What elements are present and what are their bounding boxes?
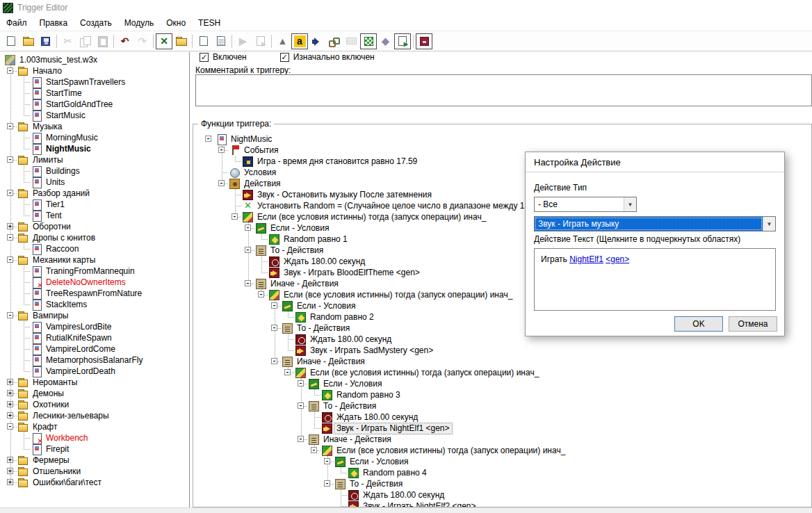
- cancel-button[interactable]: Отмена: [729, 316, 777, 332]
- toolbar-export-script-button[interactable]: [394, 33, 411, 49]
- function-tree-item[interactable]: Звук - Играть SadMystery <gen>: [202, 345, 811, 356]
- function-tree-label[interactable]: Звук - Играть SadMystery <gen>: [308, 345, 435, 356]
- sidebar-tree-item[interactable]: -Разбор зданий: [4, 188, 189, 199]
- toolbar-new-comment-button[interactable]: [212, 33, 229, 49]
- sidebar-tree-label[interactable]: Разбор зданий: [31, 188, 92, 199]
- function-tree-label[interactable]: Иначе - Действия: [268, 279, 341, 289]
- tree-expander[interactable]: -: [271, 325, 277, 331]
- sidebar-tree-item[interactable]: -Музыка: [4, 121, 189, 132]
- function-tree-label[interactable]: Условия: [242, 168, 278, 178]
- tree-expander[interactable]: -: [258, 291, 264, 298]
- function-tree-label[interactable]: Если - Условия: [321, 379, 384, 389]
- sidebar-tree-label[interactable]: TreeRespawnFromNature: [44, 288, 144, 299]
- sidebar-tree-item[interactable]: Firepit: [4, 443, 189, 455]
- function-tree-label[interactable]: То - Действия: [295, 323, 352, 334]
- tree-expander[interactable]: -: [298, 380, 304, 386]
- sidebar-tree-label[interactable]: StartMusic: [44, 111, 88, 121]
- sidebar-tree-label[interactable]: VampireLordDeath: [44, 366, 117, 377]
- tree-expander[interactable]: -: [7, 234, 13, 241]
- chevron-down-icon[interactable]: ▼: [624, 197, 636, 211]
- sidebar-tree-label[interactable]: Начало: [31, 66, 64, 76]
- comment-textarea[interactable]: [195, 74, 812, 106]
- function-tree-label[interactable]: Если (все условия истинны) тогда (запуск…: [282, 290, 514, 300]
- sidebar-tree-item[interactable]: StartMusic: [4, 110, 189, 121]
- tree-expander[interactable]: -: [271, 302, 277, 309]
- tree-expander[interactable]: -: [218, 147, 225, 153]
- tree-expander[interactable]: -: [271, 358, 277, 364]
- function-tree-label[interactable]: То - Действия: [321, 401, 378, 412]
- sidebar-tree-label[interactable]: StartGoldAndTree: [44, 99, 115, 110]
- sidebar-tree-item[interactable]: MorningMusic: [4, 132, 189, 143]
- tree-expander[interactable]: -: [7, 123, 13, 129]
- function-tree-label[interactable]: Если - Условия: [348, 457, 410, 467]
- tree-expander[interactable]: -: [232, 213, 238, 220]
- sidebar-tree-label[interactable]: VampiresLordBite: [44, 322, 114, 332]
- menu-create[interactable]: Создать: [74, 16, 118, 30]
- tree-expander[interactable]: +: [7, 468, 13, 474]
- tree-expander[interactable]: +: [7, 412, 13, 418]
- toolbar-new-category-button[interactable]: [172, 33, 190, 49]
- function-tree-label[interactable]: Игра - время дня становится равно 17.59: [255, 156, 419, 167]
- function-tree-label[interactable]: Ждать 180.00 секунд: [282, 256, 367, 267]
- function-tree-item[interactable]: -Если (все условия истинны) тогда (запус…: [202, 445, 811, 456]
- function-tree-label[interactable]: Random равно 3: [334, 390, 403, 400]
- toolbar-object-manager-button[interactable]: [325, 33, 343, 49]
- sidebar-tree-item[interactable]: VampireLordDeath: [4, 366, 189, 377]
- menu-tesh[interactable]: TESH: [192, 16, 227, 30]
- sidebar-tree-label[interactable]: Tier1: [44, 200, 67, 210]
- function-tree-item[interactable]: -Если - Условия: [202, 378, 811, 389]
- function-tree-label[interactable]: Звук - Играть BloodElfTheme <gen>: [282, 268, 422, 278]
- function-tree-label[interactable]: События: [242, 145, 281, 156]
- sidebar-tree-label[interactable]: VampireLordCome: [44, 344, 117, 355]
- sidebar-tree-item[interactable]: StartSpawnTravellers: [4, 76, 189, 88]
- sidebar-tree-label[interactable]: Units: [44, 177, 67, 188]
- menu-module[interactable]: Модуль: [118, 16, 161, 30]
- sidebar-tree-item[interactable]: StartGoldAndTree: [4, 99, 189, 110]
- sidebar-tree-label[interactable]: DeleteNoOwnerItems: [44, 277, 128, 288]
- toolbar-syntax-check-button[interactable]: ▲: [274, 33, 291, 49]
- function-tree-item[interactable]: -Если (все условия истинны) тогда (запус…: [202, 367, 811, 378]
- sidebar-tree-label[interactable]: Крафт: [31, 422, 59, 432]
- sidebar-tree-label[interactable]: Дропы с юнитов: [31, 233, 97, 243]
- toolbar-save-map-button[interactable]: [37, 33, 54, 49]
- sidebar-tree-item[interactable]: -Начало: [4, 65, 189, 76]
- sidebar-tree-label[interactable]: StartTime: [44, 88, 84, 99]
- tree-expander[interactable]: -: [218, 180, 225, 186]
- toolbar-brush-list-button[interactable]: ◆: [377, 33, 394, 49]
- toolbar-text-mode-button[interactable]: a: [291, 33, 308, 49]
- sidebar-tree-label[interactable]: Raccoon: [44, 244, 81, 254]
- tree-expander[interactable]: -: [311, 447, 317, 453]
- sidebar-tree-item[interactable]: +Демоны: [4, 388, 189, 399]
- function-tree-label[interactable]: Звук - Играть NightElf1 <gen>: [334, 423, 452, 434]
- sidebar-tree-label[interactable]: Фермеры: [31, 455, 72, 466]
- sidebar-tree-item[interactable]: StartTime: [4, 88, 189, 99]
- function-tree-item[interactable]: -Если - Условия: [202, 456, 811, 467]
- sidebar-tree-item[interactable]: RutialKnifeSpawn: [4, 332, 189, 343]
- function-tree-item[interactable]: Ждать 180.00 секунд: [202, 412, 811, 423]
- function-tree-item[interactable]: -Иначе - Действия: [202, 434, 811, 445]
- sidebar-tree-item[interactable]: -Лимиты: [4, 154, 189, 165]
- sidebar-tree-label[interactable]: Workbench: [44, 433, 90, 443]
- function-tree-item[interactable]: -NightMusic: [202, 133, 811, 145]
- tree-expander[interactable]: -: [324, 480, 330, 487]
- toolbar-sound-manager-button[interactable]: [308, 33, 325, 49]
- sidebar-tree-item[interactable]: MetamorphosisBalanarFly: [4, 355, 189, 366]
- sidebar-tree-item[interactable]: VampireLordCome: [4, 343, 189, 355]
- toolbar-new-trigger-button[interactable]: [2, 33, 19, 49]
- tree-expander[interactable]: +: [7, 479, 13, 485]
- function-tree-label[interactable]: То - Действия: [268, 245, 325, 256]
- sidebar-tree-label[interactable]: Ошибки\баги\тест: [31, 478, 104, 488]
- sidebar-tree-label[interactable]: Tent: [44, 211, 64, 221]
- toolbar-new-trigger-blank-button[interactable]: [195, 33, 212, 49]
- menu-window[interactable]: Окно: [160, 16, 192, 30]
- sidebar-tree-item[interactable]: VampiresLordBite: [4, 321, 189, 332]
- toolbar-module-editor-button[interactable]: [416, 33, 432, 49]
- sidebar-tree-item[interactable]: -Вампиры: [4, 310, 189, 321]
- sidebar-tree-label[interactable]: Демоны: [31, 389, 66, 399]
- function-tree-label[interactable]: Установить Random = (Случайное целое чис…: [255, 201, 548, 211]
- sidebar-tree-item[interactable]: Workbench: [4, 432, 189, 443]
- function-tree-label[interactable]: Если (все условия истинны) тогда (запуск…: [334, 446, 567, 456]
- function-tree-label[interactable]: Ждать 180.00 секунд: [361, 490, 446, 500]
- sidebar-tree-item[interactable]: -Дропы с юнитов: [4, 232, 189, 243]
- function-tree-label[interactable]: Если (все условия истинны) тогда (запуск…: [255, 212, 488, 222]
